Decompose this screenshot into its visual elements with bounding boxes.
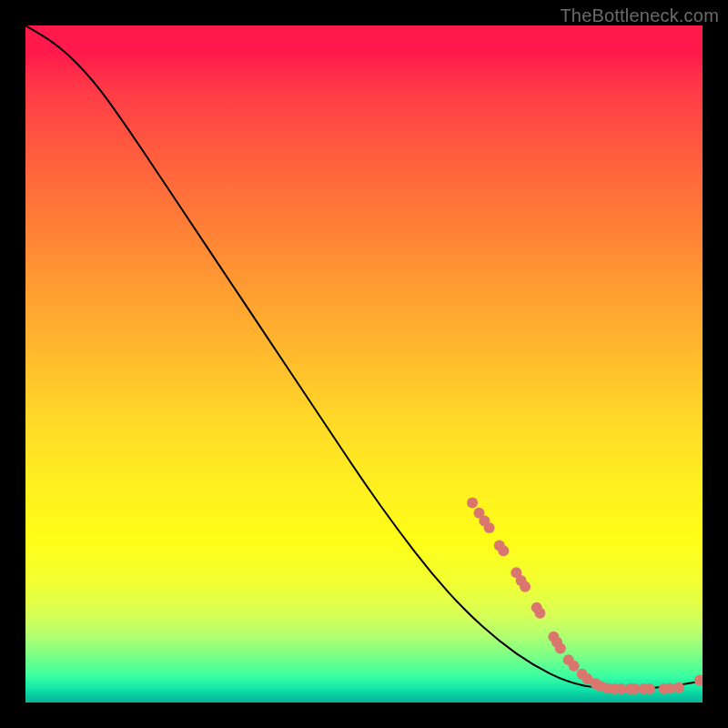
marker-dot: [467, 498, 478, 509]
marker-dots: [467, 498, 703, 695]
plot-area: [25, 25, 703, 703]
watermark-text: TheBottleneck.com: [560, 5, 719, 26]
marker-dot: [498, 545, 509, 556]
curve-line: [25, 25, 703, 689]
marker-dot: [644, 683, 655, 694]
marker-dot: [694, 674, 703, 685]
marker-dot: [534, 608, 545, 619]
marker-dot: [520, 581, 531, 592]
marker-dot: [484, 522, 495, 533]
chart-stage: TheBottleneck.com: [0, 0, 728, 728]
marker-dot: [673, 682, 684, 693]
marker-dot: [569, 661, 580, 672]
marker-dot: [555, 642, 566, 653]
chart-overlay: [25, 25, 703, 703]
